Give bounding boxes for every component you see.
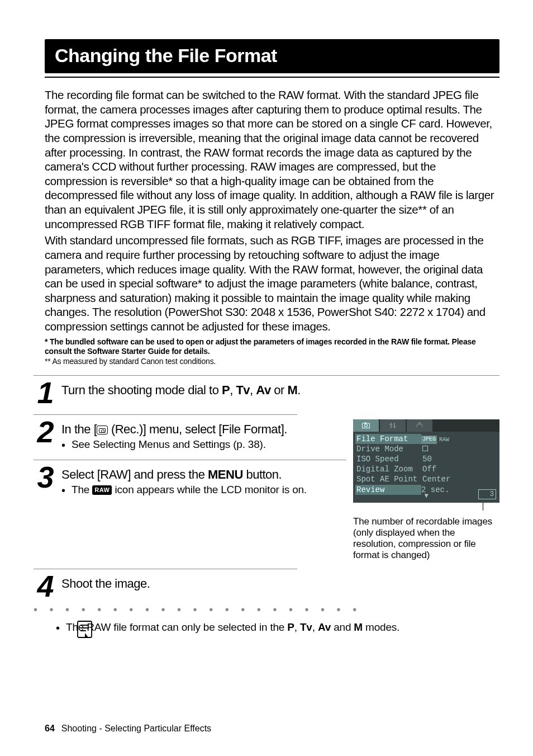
step-number: 3	[32, 464, 56, 497]
title-rule	[45, 77, 499, 78]
single-shot-icon	[422, 446, 428, 451]
svg-rect-6	[393, 426, 396, 427]
step-2: 2 In the [ (Rec.)] menu, select [File Fo…	[45, 418, 346, 452]
lcd-screenshot: File FormatJPEGRAW Drive Mode ISO Speed5…	[353, 419, 499, 561]
step-divider	[34, 414, 297, 415]
lcd-row-spot-ae: Spot AE PointCenter	[356, 474, 496, 484]
step-4: 4 Shoot the image.	[45, 573, 499, 600]
svg-rect-3	[391, 423, 392, 428]
intro-para-1: The recording file format can be switche…	[45, 88, 499, 231]
svg-rect-2	[364, 423, 367, 424]
step-number: 4	[32, 573, 56, 600]
section-name: Shooting - Selecting Particular Effects	[61, 724, 211, 733]
page-number: 64	[45, 724, 55, 733]
lcd-row-file-format: File FormatJPEGRAW	[356, 434, 496, 444]
raw-icon: RAW	[92, 485, 112, 494]
svg-rect-4	[394, 423, 395, 428]
lcd-caption: The number of recordable images (only di…	[353, 516, 499, 561]
step-3-heading: Select [RAW] and press the MENU button.	[61, 467, 346, 483]
page-title: Changing the File Format	[45, 39, 499, 73]
lcd-row-digital-zoom: Digital ZoomOff	[356, 464, 496, 474]
dots-divider: • • • • • • • • • • • • • • • • • • • • …	[34, 603, 499, 616]
tip-text: The RAW file format can only be selected…	[56, 621, 499, 635]
lcd-row-iso: ISO Speed50	[356, 454, 496, 464]
lcd-row-drive-mode: Drive Mode	[356, 444, 496, 454]
footnote-2: ** As measured by standard Canon test co…	[45, 357, 499, 367]
lcd-menu: File FormatJPEGRAW Drive Mode ISO Speed5…	[353, 432, 499, 503]
step-1: 1 Turn the shooting mode dial to P, Tv, …	[45, 379, 499, 407]
step-number: 2	[32, 418, 56, 452]
lcd-image-counter: 3	[478, 489, 496, 499]
lcd-tab-rec-icon	[353, 419, 379, 432]
step-divider	[34, 569, 297, 569]
step-1-heading: Turn the shooting mode dial to P, Tv, Av…	[61, 382, 499, 398]
svg-point-7	[418, 422, 421, 424]
step-2-bullet: See Selecting Menus and Settings (p. 38)…	[61, 438, 346, 452]
intro-para-2: With standard uncompressed file formats,…	[45, 233, 499, 333]
step-divider	[34, 460, 346, 460]
footnote-1: * The bundled software can be used to op…	[45, 337, 499, 357]
step-divider	[34, 375, 499, 376]
step-3: 3 Select [RAW] and press the MENU button…	[45, 464, 346, 497]
lcd-tabs	[353, 419, 499, 432]
step-3-bullet: The RAW icon appears while the LCD monit…	[61, 483, 346, 497]
page-footer: 64Shooting - Selecting Particular Effect…	[45, 724, 211, 734]
step-2-heading: In the [ (Rec.)] menu, select [File Form…	[61, 422, 346, 437]
lcd-tab-setup-icon	[380, 419, 406, 432]
svg-rect-5	[390, 424, 393, 425]
callout-line	[483, 503, 499, 511]
rec-menu-icon	[97, 426, 108, 434]
step-4-heading: Shoot the image.	[61, 576, 499, 592]
step-number: 1	[32, 379, 56, 407]
lcd-tab-mycamera-icon	[407, 419, 432, 432]
svg-point-1	[365, 424, 368, 427]
